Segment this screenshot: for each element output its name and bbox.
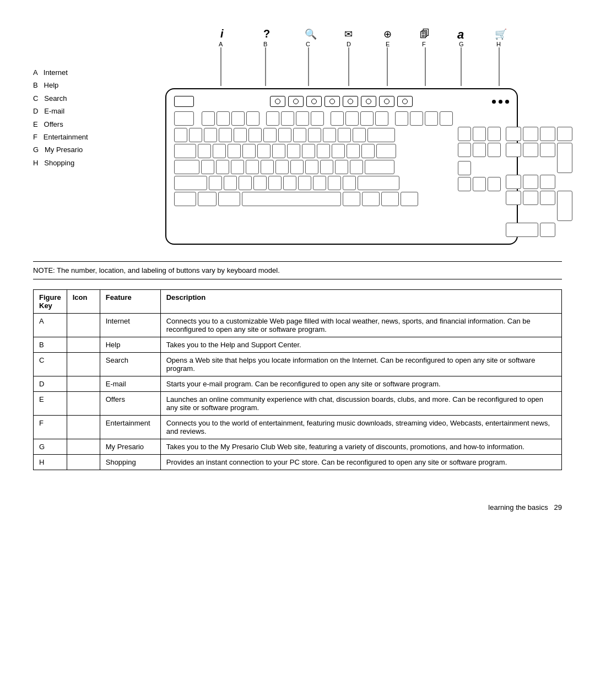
legend: A Internet B Help C Search D E-mail E Of… xyxy=(33,66,110,169)
svg-text:C: C xyxy=(306,41,310,47)
legend-item-e: E Offers xyxy=(33,118,110,131)
table-row: E Offers Launches an online community ex… xyxy=(34,392,562,416)
svg-text:🗐: 🗐 xyxy=(420,29,430,40)
keyboard-diagram xyxy=(165,88,518,245)
table-row: G My Presario Takes you to the My Presar… xyxy=(34,439,562,455)
svg-text:a: a xyxy=(457,28,464,41)
table-cell-feature: Internet xyxy=(100,314,160,337)
svg-text:🔍: 🔍 xyxy=(305,28,317,40)
legend-item-b: B Help xyxy=(33,79,110,91)
table-cell-feature: E-mail xyxy=(100,376,160,392)
legend-item-a: A Internet xyxy=(33,66,110,79)
legend-item-h: H Shopping xyxy=(33,157,110,169)
footer-text: learning the basics xyxy=(488,503,548,511)
svg-text:?: ? xyxy=(263,28,270,40)
table-cell-feature: Shopping xyxy=(100,455,160,470)
table-cell-icon xyxy=(67,353,100,376)
note-section: NOTE: The number, location, and labeling… xyxy=(33,261,562,279)
features-table: FigureKey Icon Feature Description A Int… xyxy=(33,289,562,470)
legend-item-c: C Search xyxy=(33,92,110,105)
table-row: D E-mail Starts your e-mail program. Can… xyxy=(34,376,562,392)
table-cell-description: Connects you to a customizable Web page … xyxy=(160,314,561,337)
table-cell-key: E xyxy=(34,392,67,416)
table-row: F Entertainment Connects you to the worl… xyxy=(34,416,562,439)
legend-item-d: D E-mail xyxy=(33,105,110,117)
top-section: A Internet B Help C Search D E-mail E Of… xyxy=(33,22,562,245)
svg-text:A: A xyxy=(219,41,223,47)
svg-text:E: E xyxy=(386,41,390,47)
table-cell-icon xyxy=(67,416,100,439)
table-cell-description: Opens a Web site that helps you locate i… xyxy=(160,353,561,376)
table-cell-description: Takes you to the My Presario Club Web si… xyxy=(160,439,561,455)
table-cell-key: A xyxy=(34,314,67,337)
table-cell-key: H xyxy=(34,455,67,470)
table-cell-feature: Help xyxy=(100,337,160,353)
table-header-icon: Icon xyxy=(67,290,100,314)
table-cell-description: Takes you to the Help and Support Center… xyxy=(160,337,561,353)
svg-text:G: G xyxy=(459,41,464,47)
legend-item-g: G My Presario xyxy=(33,143,110,156)
svg-text:🛒: 🛒 xyxy=(495,28,507,40)
table-header-description: Description xyxy=(160,290,561,314)
svg-text:B: B xyxy=(263,41,267,47)
table-cell-icon xyxy=(67,439,100,455)
table-cell-icon xyxy=(67,392,100,416)
svg-text:H: H xyxy=(496,41,501,47)
table-cell-feature: My Presario xyxy=(100,439,160,455)
table-cell-feature: Entertainment xyxy=(100,416,160,439)
svg-text:D: D xyxy=(347,41,351,47)
table-header-feature: Feature xyxy=(100,290,160,314)
page-footer: learning the basics 29 xyxy=(33,503,562,511)
page-number: 29 xyxy=(554,503,562,511)
table-cell-description: Launches an online community experience … xyxy=(160,392,561,416)
keyboard-icon-diagram: i A ? B 🔍 C ✉ D ⊕ E 🗐 F a G 🛒 H xyxy=(165,22,518,88)
table-header-key: FigureKey xyxy=(34,290,67,314)
table-cell-key: D xyxy=(34,376,67,392)
table-row: H Shopping Provides an instant connectio… xyxy=(34,455,562,470)
keyboard-area: i A ? B 🔍 C ✉ D ⊕ E 🗐 F a G 🛒 H xyxy=(121,22,562,245)
legend-item-f: F Entertainment xyxy=(33,131,110,143)
table-cell-description: Connects you to the world of entertainme… xyxy=(160,416,561,439)
table-cell-key: F xyxy=(34,416,67,439)
table-cell-key: G xyxy=(34,439,67,455)
table-cell-feature: Search xyxy=(100,353,160,376)
table-cell-icon xyxy=(67,314,100,337)
table-cell-description: Starts your e-mail program. Can be recon… xyxy=(160,376,561,392)
table-cell-icon xyxy=(67,337,100,353)
table-cell-icon xyxy=(67,455,100,470)
svg-text:✉: ✉ xyxy=(344,29,353,40)
table-cell-feature: Offers xyxy=(100,392,160,416)
table-cell-key: C xyxy=(34,353,67,376)
svg-text:i: i xyxy=(220,28,224,40)
table-row: C Search Opens a Web site that helps you… xyxy=(34,353,562,376)
table-cell-key: B xyxy=(34,337,67,353)
table-cell-icon xyxy=(67,376,100,392)
table-row: B Help Takes you to the Help and Support… xyxy=(34,337,562,353)
table-row: A Internet Connects you to a customizabl… xyxy=(34,314,562,337)
svg-text:⊕: ⊕ xyxy=(383,29,392,40)
note-text: NOTE: The number, location, and labeling… xyxy=(33,266,280,274)
svg-text:F: F xyxy=(422,41,426,47)
table-cell-description: Provides an instant connection to your P… xyxy=(160,455,561,470)
